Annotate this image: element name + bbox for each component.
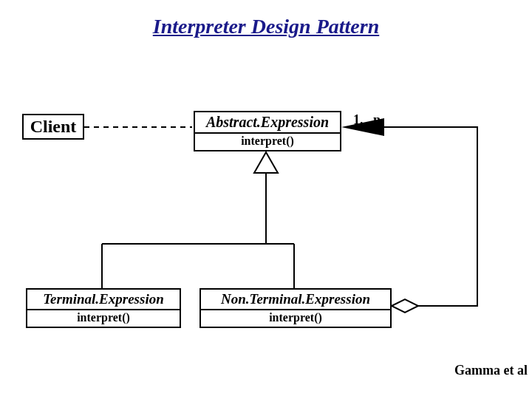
generalization-arrowhead (254, 152, 278, 173)
aggregation-path (384, 127, 477, 306)
nonterminal-expression-method: interpret() (201, 310, 390, 327)
credit-label: Gamma et al (454, 363, 528, 378)
terminal-expression-class: Terminal.Expression interpret() (26, 288, 181, 328)
abstract-expression-class: Abstract.Expression interpret() (194, 111, 341, 151)
diagram-title: Interpreter Design Pattern (153, 15, 379, 38)
client-class: Client (22, 114, 84, 140)
connectors (0, 0, 532, 399)
terminal-expression-name: Terminal.Expression (27, 290, 180, 309)
abstract-expression-name: Abstract.Expression (195, 112, 340, 132)
svg-marker-0 (254, 152, 278, 173)
nonterminal-expression-class: Non.Terminal.Expression interpret() (200, 288, 392, 328)
svg-marker-1 (392, 299, 418, 313)
aggregation-diamond (392, 299, 418, 313)
client-class-name: Client (24, 117, 83, 137)
terminal-expression-method: interpret() (27, 310, 180, 327)
abstract-expression-method: interpret() (195, 134, 340, 150)
multiplicity-label: 1. . n (353, 112, 381, 128)
nonterminal-expression-name: Non.Terminal.Expression (201, 290, 390, 309)
